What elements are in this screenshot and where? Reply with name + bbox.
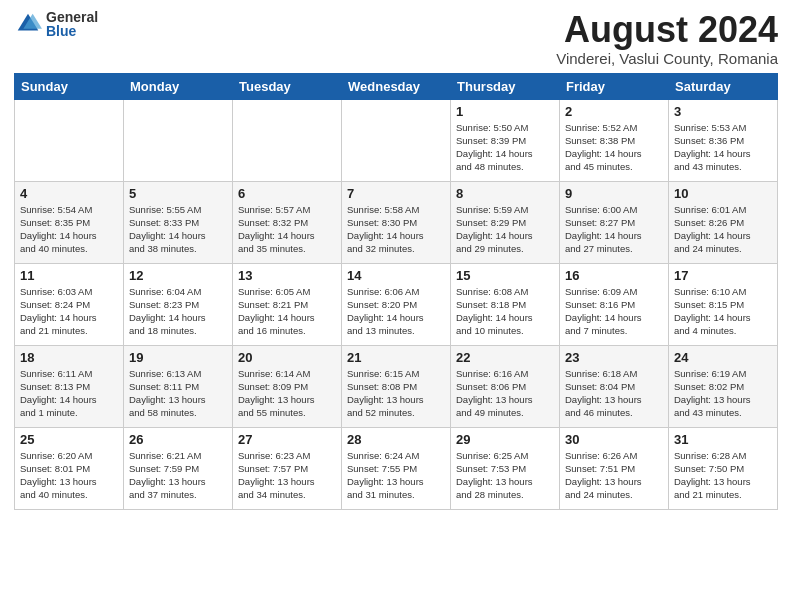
day-number: 4 xyxy=(20,186,118,201)
day-info: Sunrise: 6:15 AM Sunset: 8:08 PM Dayligh… xyxy=(347,367,445,420)
day-number: 14 xyxy=(347,268,445,283)
day-number: 30 xyxy=(565,432,663,447)
calendar-day-header: Tuesday xyxy=(233,73,342,99)
calendar-day-header: Wednesday xyxy=(342,73,451,99)
calendar-day-header: Monday xyxy=(124,73,233,99)
calendar-week-row: 18Sunrise: 6:11 AM Sunset: 8:13 PM Dayli… xyxy=(15,345,778,427)
day-number: 27 xyxy=(238,432,336,447)
day-number: 26 xyxy=(129,432,227,447)
day-info: Sunrise: 6:25 AM Sunset: 7:53 PM Dayligh… xyxy=(456,449,554,502)
day-info: Sunrise: 6:21 AM Sunset: 7:59 PM Dayligh… xyxy=(129,449,227,502)
calendar-cell: 6Sunrise: 5:57 AM Sunset: 8:32 PM Daylig… xyxy=(233,181,342,263)
calendar-day-header: Friday xyxy=(560,73,669,99)
day-info: Sunrise: 6:14 AM Sunset: 8:09 PM Dayligh… xyxy=(238,367,336,420)
day-info: Sunrise: 5:57 AM Sunset: 8:32 PM Dayligh… xyxy=(238,203,336,256)
calendar-cell: 26Sunrise: 6:21 AM Sunset: 7:59 PM Dayli… xyxy=(124,427,233,509)
calendar-header-row: SundayMondayTuesdayWednesdayThursdayFrid… xyxy=(15,73,778,99)
day-number: 25 xyxy=(20,432,118,447)
day-number: 18 xyxy=(20,350,118,365)
calendar-cell: 30Sunrise: 6:26 AM Sunset: 7:51 PM Dayli… xyxy=(560,427,669,509)
calendar-cell: 20Sunrise: 6:14 AM Sunset: 8:09 PM Dayli… xyxy=(233,345,342,427)
day-number: 28 xyxy=(347,432,445,447)
day-info: Sunrise: 6:28 AM Sunset: 7:50 PM Dayligh… xyxy=(674,449,772,502)
calendar-cell xyxy=(15,99,124,181)
header: General Blue August 2024 Vinderei, Vaslu… xyxy=(14,10,778,67)
day-info: Sunrise: 6:20 AM Sunset: 8:01 PM Dayligh… xyxy=(20,449,118,502)
day-info: Sunrise: 6:00 AM Sunset: 8:27 PM Dayligh… xyxy=(565,203,663,256)
page: General Blue August 2024 Vinderei, Vaslu… xyxy=(0,0,792,612)
day-info: Sunrise: 6:05 AM Sunset: 8:21 PM Dayligh… xyxy=(238,285,336,338)
calendar-cell: 11Sunrise: 6:03 AM Sunset: 8:24 PM Dayli… xyxy=(15,263,124,345)
calendar-week-row: 11Sunrise: 6:03 AM Sunset: 8:24 PM Dayli… xyxy=(15,263,778,345)
day-number: 8 xyxy=(456,186,554,201)
day-info: Sunrise: 5:59 AM Sunset: 8:29 PM Dayligh… xyxy=(456,203,554,256)
day-number: 3 xyxy=(674,104,772,119)
calendar-cell: 23Sunrise: 6:18 AM Sunset: 8:04 PM Dayli… xyxy=(560,345,669,427)
day-number: 10 xyxy=(674,186,772,201)
calendar-cell: 27Sunrise: 6:23 AM Sunset: 7:57 PM Dayli… xyxy=(233,427,342,509)
calendar-cell: 2Sunrise: 5:52 AM Sunset: 8:38 PM Daylig… xyxy=(560,99,669,181)
day-info: Sunrise: 6:24 AM Sunset: 7:55 PM Dayligh… xyxy=(347,449,445,502)
logo: General Blue xyxy=(14,10,98,38)
calendar-cell: 21Sunrise: 6:15 AM Sunset: 8:08 PM Dayli… xyxy=(342,345,451,427)
day-info: Sunrise: 6:10 AM Sunset: 8:15 PM Dayligh… xyxy=(674,285,772,338)
calendar-cell: 19Sunrise: 6:13 AM Sunset: 8:11 PM Dayli… xyxy=(124,345,233,427)
calendar-week-row: 25Sunrise: 6:20 AM Sunset: 8:01 PM Dayli… xyxy=(15,427,778,509)
title-block: August 2024 Vinderei, Vaslui County, Rom… xyxy=(556,10,778,67)
day-info: Sunrise: 5:52 AM Sunset: 8:38 PM Dayligh… xyxy=(565,121,663,174)
day-number: 15 xyxy=(456,268,554,283)
day-number: 17 xyxy=(674,268,772,283)
day-info: Sunrise: 6:06 AM Sunset: 8:20 PM Dayligh… xyxy=(347,285,445,338)
logo-text: General Blue xyxy=(46,10,98,38)
day-info: Sunrise: 5:58 AM Sunset: 8:30 PM Dayligh… xyxy=(347,203,445,256)
day-info: Sunrise: 6:03 AM Sunset: 8:24 PM Dayligh… xyxy=(20,285,118,338)
day-number: 1 xyxy=(456,104,554,119)
day-info: Sunrise: 6:23 AM Sunset: 7:57 PM Dayligh… xyxy=(238,449,336,502)
logo-general: General xyxy=(46,10,98,24)
calendar-cell: 17Sunrise: 6:10 AM Sunset: 8:15 PM Dayli… xyxy=(669,263,778,345)
calendar-cell xyxy=(124,99,233,181)
main-title: August 2024 xyxy=(556,10,778,50)
day-number: 22 xyxy=(456,350,554,365)
calendar-cell xyxy=(342,99,451,181)
calendar-cell: 8Sunrise: 5:59 AM Sunset: 8:29 PM Daylig… xyxy=(451,181,560,263)
day-info: Sunrise: 6:09 AM Sunset: 8:16 PM Dayligh… xyxy=(565,285,663,338)
calendar-cell: 12Sunrise: 6:04 AM Sunset: 8:23 PM Dayli… xyxy=(124,263,233,345)
calendar-cell: 13Sunrise: 6:05 AM Sunset: 8:21 PM Dayli… xyxy=(233,263,342,345)
day-number: 6 xyxy=(238,186,336,201)
day-number: 24 xyxy=(674,350,772,365)
calendar-cell: 7Sunrise: 5:58 AM Sunset: 8:30 PM Daylig… xyxy=(342,181,451,263)
calendar-cell: 14Sunrise: 6:06 AM Sunset: 8:20 PM Dayli… xyxy=(342,263,451,345)
day-info: Sunrise: 6:11 AM Sunset: 8:13 PM Dayligh… xyxy=(20,367,118,420)
day-info: Sunrise: 6:18 AM Sunset: 8:04 PM Dayligh… xyxy=(565,367,663,420)
day-info: Sunrise: 6:16 AM Sunset: 8:06 PM Dayligh… xyxy=(456,367,554,420)
day-info: Sunrise: 5:50 AM Sunset: 8:39 PM Dayligh… xyxy=(456,121,554,174)
calendar-cell: 29Sunrise: 6:25 AM Sunset: 7:53 PM Dayli… xyxy=(451,427,560,509)
calendar-cell: 1Sunrise: 5:50 AM Sunset: 8:39 PM Daylig… xyxy=(451,99,560,181)
day-number: 19 xyxy=(129,350,227,365)
day-info: Sunrise: 6:19 AM Sunset: 8:02 PM Dayligh… xyxy=(674,367,772,420)
day-number: 11 xyxy=(20,268,118,283)
day-number: 12 xyxy=(129,268,227,283)
calendar-cell: 24Sunrise: 6:19 AM Sunset: 8:02 PM Dayli… xyxy=(669,345,778,427)
day-info: Sunrise: 6:26 AM Sunset: 7:51 PM Dayligh… xyxy=(565,449,663,502)
calendar-cell: 22Sunrise: 6:16 AM Sunset: 8:06 PM Dayli… xyxy=(451,345,560,427)
logo-blue: Blue xyxy=(46,24,98,38)
day-number: 2 xyxy=(565,104,663,119)
calendar-day-header: Sunday xyxy=(15,73,124,99)
calendar-cell: 5Sunrise: 5:55 AM Sunset: 8:33 PM Daylig… xyxy=(124,181,233,263)
calendar-cell: 15Sunrise: 6:08 AM Sunset: 8:18 PM Dayli… xyxy=(451,263,560,345)
day-number: 16 xyxy=(565,268,663,283)
day-number: 31 xyxy=(674,432,772,447)
logo-icon xyxy=(14,10,42,38)
calendar-day-header: Saturday xyxy=(669,73,778,99)
day-info: Sunrise: 6:08 AM Sunset: 8:18 PM Dayligh… xyxy=(456,285,554,338)
calendar-cell xyxy=(233,99,342,181)
calendar-table: SundayMondayTuesdayWednesdayThursdayFrid… xyxy=(14,73,778,510)
day-info: Sunrise: 6:13 AM Sunset: 8:11 PM Dayligh… xyxy=(129,367,227,420)
day-number: 5 xyxy=(129,186,227,201)
day-info: Sunrise: 6:01 AM Sunset: 8:26 PM Dayligh… xyxy=(674,203,772,256)
calendar-week-row: 1Sunrise: 5:50 AM Sunset: 8:39 PM Daylig… xyxy=(15,99,778,181)
day-number: 7 xyxy=(347,186,445,201)
day-info: Sunrise: 6:04 AM Sunset: 8:23 PM Dayligh… xyxy=(129,285,227,338)
